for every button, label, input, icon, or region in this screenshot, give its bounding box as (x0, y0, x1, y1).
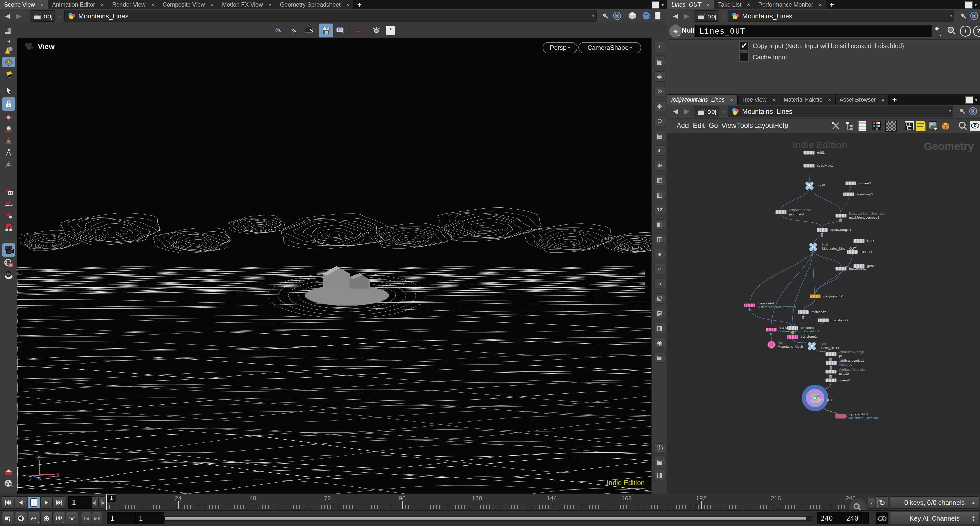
path-dropdown-icon[interactable]: ▾ (949, 108, 951, 114)
graph-node[interactable]: scatter1 (847, 250, 858, 254)
tab-scene-view[interactable]: Scene View× (0, 0, 48, 9)
handles-tool-icon[interactable] (2, 159, 15, 169)
pin-icon[interactable] (601, 12, 609, 20)
pose-tool-icon[interactable] (2, 148, 15, 157)
display-option-icon[interactable]: ● (655, 249, 665, 259)
asset-box-icon[interactable] (940, 121, 951, 131)
pane-menu-icon[interactable]: ▾ (975, 2, 977, 8)
graph-node-null[interactable]: NullLines_OUT1 (807, 341, 816, 351)
close-icon[interactable]: × (210, 2, 213, 8)
key-options-dropdown[interactable]: ▾ (868, 498, 875, 509)
menu-help[interactable]: Help (774, 122, 788, 130)
tab-menu-icon[interactable]: ▦ (2, 24, 13, 36)
network-graph[interactable]: Indie Edition Geometry (667, 133, 980, 493)
jump-end-button[interactable] (53, 496, 65, 509)
menu-go[interactable]: Go (709, 122, 718, 130)
current-node-path[interactable]: Mountains_Lines (728, 106, 953, 118)
tab-render-view[interactable]: Render View× (108, 0, 159, 9)
plane-tool-icon[interactable] (2, 57, 15, 67)
snap-grid-icon[interactable] (2, 186, 15, 196)
node-name-field[interactable]: Lines_OUT (695, 25, 932, 37)
sphere-link-icon[interactable] (641, 11, 651, 21)
new-tab-button[interactable]: + (889, 95, 900, 105)
close-icon[interactable]: × (269, 2, 272, 8)
pattern-icon[interactable] (885, 121, 897, 132)
pane-controls[interactable]: ▾ (652, 1, 664, 9)
tools-wrench-icon[interactable] (831, 121, 841, 131)
pane-splitter[interactable] (667, 0, 667, 494)
graph-node[interactable]: Distance from Geometrymaskfromgeometry1 (835, 213, 846, 218)
snapshot-disabled-icon[interactable] (352, 24, 364, 36)
page-link-icon[interactable] (653, 11, 662, 21)
display-option-icon[interactable]: ⊙ (655, 116, 665, 126)
loupe-tool-icon[interactable] (2, 270, 15, 280)
select-arrow-icon[interactable] (2, 84, 15, 97)
breadcrumb-root[interactable]: obj (694, 10, 719, 22)
back-arrow-icon[interactable]: ◀ (3, 11, 13, 21)
display-option-icon[interactable]: ⓘ (655, 443, 665, 454)
pane-menu-icon[interactable]: ▾ (662, 2, 664, 8)
close-icon[interactable]: × (819, 2, 822, 8)
range-start-field[interactable]: 1 (107, 512, 135, 524)
tab-motion-fx-view[interactable]: Motion FX View× (218, 0, 276, 9)
current-node-path[interactable]: Mountains_Lines (64, 10, 597, 22)
background-image-icon[interactable] (928, 121, 939, 131)
play-button[interactable] (40, 496, 52, 509)
audio-icon[interactable] (15, 512, 27, 524)
stop-button[interactable] (27, 496, 40, 509)
pane-controls[interactable]: ▾ (966, 96, 977, 104)
snap-multi-icon[interactable] (2, 221, 15, 232)
graph-node-selected[interactable]: NullLines_OUT (802, 385, 829, 411)
graph-node[interactable]: sphere1 (845, 181, 856, 186)
pane-maximize-icon[interactable] (652, 1, 659, 9)
range-slider-bar[interactable] (165, 516, 806, 520)
display-option-icon[interactable]: ▤ (655, 130, 665, 141)
box-tool-icon[interactable] (2, 69, 15, 79)
close-icon[interactable]: × (707, 2, 710, 8)
display-option-icon[interactable]: ⊕ (655, 160, 665, 170)
display-option-icon[interactable]: ◧ (655, 219, 665, 230)
move-tool-icon[interactable] (2, 112, 15, 122)
graph-node[interactable]: Attribute Wranglepr (825, 352, 837, 356)
view-tool-icon[interactable]: ↻↖ (272, 24, 285, 37)
search-icon[interactable] (946, 25, 957, 36)
link-target-icon[interactable] (612, 11, 622, 21)
display-options-icon[interactable]: * (385, 24, 396, 36)
visibility-eye-icon[interactable] (970, 121, 980, 131)
breadcrumb-root[interactable]: obj (694, 106, 719, 117)
view-camera-icon[interactable] (2, 243, 15, 257)
search-icon[interactable] (958, 121, 969, 131)
tab-network-path[interactable]: /obj/Mountains_Lines× (667, 95, 738, 105)
menu-view[interactable]: View (721, 122, 736, 130)
graph-node[interactable]: attribwrangle1 (817, 228, 828, 232)
range-slider-handle[interactable]: ◀ (809, 516, 812, 520)
flipbook-icon[interactable] (2, 467, 15, 477)
range-start2-field[interactable]: 1 (135, 512, 164, 524)
pin-icon[interactable] (959, 12, 967, 20)
graph-node-null[interactable]: NullMountains_Mesh (767, 340, 776, 349)
display-option-icon[interactable]: ▦ (655, 175, 665, 185)
display-option-icon[interactable]: ▣ (655, 353, 665, 363)
snap-curve-icon[interactable] (2, 198, 15, 208)
close-icon[interactable]: × (881, 97, 885, 103)
gear-menu-icon[interactable]: *▾ (931, 24, 943, 37)
graph-node-null[interactable]: null1 (805, 181, 814, 190)
menu-tools[interactable]: Tools (737, 122, 753, 130)
tab-animation-editor[interactable]: Animation Editor× (48, 0, 108, 9)
display-option-icon[interactable]: ▨ (655, 308, 665, 318)
tab-performance-monitor[interactable]: Performance Monitor× (754, 0, 826, 9)
display-option-icon[interactable]: ◑ (655, 278, 665, 289)
graph-node[interactable]: line1 (853, 239, 865, 243)
snap-point-icon[interactable] (2, 210, 15, 220)
tab-composite-view[interactable]: Composite View× (159, 0, 218, 9)
timeline-ruler[interactable]: 24 48 72 96 120 144 168 192 216 240 1 (106, 494, 851, 510)
scene-viewport[interactable]: View Persp▾ CameraShape▾ y x z Indie Edi… (18, 38, 651, 494)
primitive-tool-icon[interactable] (2, 45, 15, 56)
graph-node[interactable]: transform3Referenced from transform1 (765, 327, 777, 332)
projection-menu[interactable]: Persp▾ (542, 42, 577, 53)
hierarchy-icon[interactable] (845, 121, 855, 131)
graph-node[interactable]: Attribute Noisemountain1 (775, 210, 787, 214)
display-option-icon[interactable]: ◨ (655, 323, 665, 333)
graph-node[interactable]: subdivide1 (803, 164, 815, 168)
close-icon[interactable]: × (100, 2, 103, 8)
